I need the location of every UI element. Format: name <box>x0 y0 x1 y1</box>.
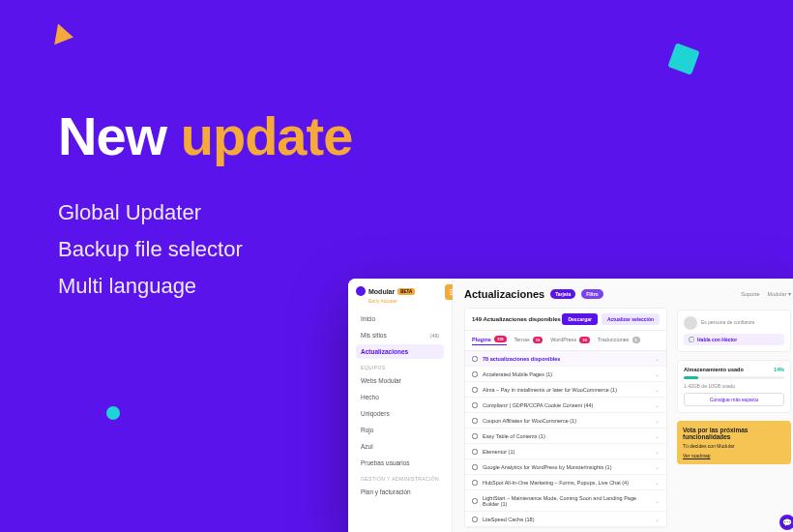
chevron-down-icon: ⌄ <box>655 449 660 455</box>
select-all-checkbox[interactable] <box>472 356 478 362</box>
decor-dot <box>106 406 120 420</box>
row-checkbox[interactable] <box>472 387 478 393</box>
feature-item: Backup file selector <box>58 237 352 262</box>
decor-triangle <box>54 24 75 48</box>
tab-plugins[interactable]: Plugins118 <box>472 336 507 345</box>
decor-diamond <box>667 43 699 74</box>
brand[interactable]: Modular BETA <box>356 286 444 296</box>
row-checkbox[interactable] <box>472 498 478 504</box>
chevron-down-icon: ⌄ <box>655 387 660 393</box>
view-toggle-filter[interactable]: Filtro <box>581 289 603 299</box>
feature-item: Multi language <box>58 274 352 299</box>
vote-widget: Vota por las próximas funcionalidades Tú… <box>677 421 791 464</box>
main-header: Actualizaciones Tarjeta Filtro Soporte M… <box>464 288 791 300</box>
app-screenshot: Modular BETA Early Adopter Inicio Mis si… <box>348 279 793 532</box>
table-row[interactable]: Coupon Affiliates for WooCommerce (1)⌄ <box>465 413 666 429</box>
table-row[interactable]: Complianz | GDPR/CCPA Cookie Consent (44… <box>465 398 666 413</box>
main-panel: Actualizaciones Tarjeta Filtro Soporte M… <box>453 279 793 532</box>
brand-name: Modular <box>368 288 395 295</box>
table-row[interactable]: Accelerated Mobile Pages (1)⌄ <box>465 367 666 382</box>
chat-bubble-icon: 💬 <box>782 518 792 527</box>
storage-bar <box>684 376 784 379</box>
sidebar-item-sites[interactable]: Mis sitios(49) <box>356 328 444 342</box>
chevron-down-icon: ⌄ <box>655 371 660 377</box>
sidebar-team[interactable]: Rojo <box>356 423 444 437</box>
row-checkbox[interactable] <box>472 371 478 377</box>
select-all-row[interactable]: 78 actualizaciones disponibles ⌄ <box>465 351 666 367</box>
sidebar-section-admin: GESTIÓN Y ADMINISTRACIÓN <box>361 476 444 482</box>
table-row[interactable]: Alma – Pay in installments or later for … <box>465 382 666 398</box>
support-link[interactable]: Soporte <box>741 291 759 297</box>
chevron-down-icon: ⌄ <box>655 498 660 504</box>
row-checkbox[interactable] <box>472 517 478 522</box>
view-toggle-card[interactable]: Tarjeta <box>550 289 575 299</box>
sidebar-section-teams: EQUIPOS <box>361 365 444 370</box>
tab-wordpress[interactable]: WordPress10 <box>550 337 590 345</box>
download-button[interactable]: Descargar <box>562 313 597 325</box>
chevron-down-icon: ⌄ <box>655 356 660 362</box>
sidebar-team[interactable]: Uniqoders <box>356 406 444 421</box>
avatar <box>684 316 697 330</box>
chevron-down-icon: ⌄ <box>655 433 660 439</box>
table-row[interactable]: Elementor (1)⌄ <box>465 444 666 459</box>
page-title: Actualizaciones <box>464 288 544 300</box>
sidebar-team[interactable]: Webs Modular <box>356 373 444 388</box>
hero-word-1: New <box>58 105 166 166</box>
storage-widget: Almacenamiento usado14% 1.42GB de 10GB u… <box>677 360 791 413</box>
row-checkbox[interactable] <box>472 402 478 408</box>
chevron-down-icon: ⌄ <box>655 402 660 408</box>
row-checkbox[interactable] <box>472 418 478 424</box>
table-row[interactable]: LiteSpeed Cache (18)⌄ <box>465 512 666 527</box>
updates-count: 149 Actualizaciones disponibles <box>472 316 561 322</box>
sidebar-team[interactable]: Azul <box>356 439 444 454</box>
chevron-down-icon: ⌄ <box>655 480 660 486</box>
storage-percent: 14% <box>774 367 784 372</box>
update-selection-button[interactable]: Actualizar selección <box>602 313 660 325</box>
hero-title: New update <box>58 104 352 167</box>
table-row[interactable]: Google Analytics for WordPress by Monste… <box>465 459 666 475</box>
chat-button[interactable]: 💬 Habla con Héctor <box>684 334 784 345</box>
feature-item: Global Updater <box>58 200 352 225</box>
tab-translations[interactable]: Traducciones6 <box>598 337 640 345</box>
top-right-nav: Soporte Modular ▾ <box>741 291 791 297</box>
chevron-down-icon: ⌄ <box>655 418 660 424</box>
help-fab[interactable]: 💬 <box>779 515 793 530</box>
table-tabs: Plugins118 Temas15 WordPress10 Traduccio… <box>465 331 666 351</box>
get-more-space-button[interactable]: Consigue más espacio <box>684 393 784 406</box>
row-checkbox[interactable] <box>472 449 478 455</box>
hero: New update Global Updater Backup file se… <box>58 104 352 310</box>
brand-icon <box>356 286 366 296</box>
table-row[interactable]: Easy Table of Contents (1)⌄ <box>465 429 666 444</box>
support-widget: Es persona de confianza 💬 Habla con Héct… <box>677 310 791 352</box>
sidebar-item-updates[interactable]: Actualizaciones <box>356 344 444 359</box>
chat-icon: 💬 <box>689 337 694 342</box>
sidebar: Modular BETA Early Adopter Inicio Mis si… <box>348 279 453 532</box>
account-menu[interactable]: Modular ▾ <box>768 291 791 297</box>
roadmap-link[interactable]: Ver roadmap <box>683 453 711 458</box>
hero-word-2: update <box>181 105 353 166</box>
table-row[interactable]: HubSpot All-In-One Marketing – Forms, Po… <box>465 475 666 490</box>
chevron-down-icon: ⌄ <box>655 517 660 522</box>
updates-table: 149 Actualizaciones disponibles Descarga… <box>464 308 667 528</box>
sidebar-item-home[interactable]: Inicio <box>356 311 444 326</box>
chevron-down-icon: ⌄ <box>655 464 660 470</box>
brand-subtitle: Early Adopter <box>368 298 444 304</box>
sidebar-team[interactable]: Hecho <box>356 390 444 404</box>
row-checkbox[interactable] <box>472 433 478 439</box>
brand-badge: BETA <box>397 288 415 295</box>
table-header: 149 Actualizaciones disponibles Descarga… <box>465 309 666 331</box>
table-row[interactable]: LightStart – Maintenance Mode, Coming So… <box>465 490 666 512</box>
sidebar-item-billing[interactable]: Plan y facturación <box>356 485 444 499</box>
tab-themes[interactable]: Temas15 <box>514 337 543 345</box>
row-checkbox[interactable] <box>472 480 478 486</box>
row-checkbox[interactable] <box>472 464 478 470</box>
sidebar-team[interactable]: Pruebas usuarios <box>356 456 444 470</box>
feature-list: Global Updater Backup file selector Mult… <box>58 200 352 299</box>
widgets-column: Es persona de confianza 💬 Habla con Héct… <box>677 310 791 464</box>
